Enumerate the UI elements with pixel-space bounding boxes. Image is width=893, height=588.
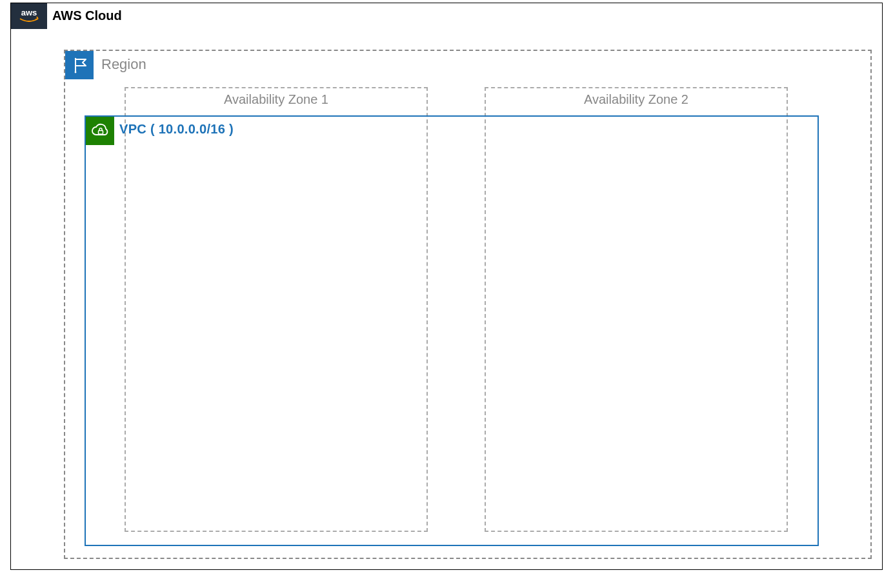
aws-cloud-label: AWS Cloud [52, 8, 122, 23]
vpc-container: VPC ( 10.0.0.0/16 ) [85, 115, 819, 546]
az2-label: Availability Zone 2 [486, 92, 787, 107]
svg-point-2 [75, 72, 77, 74]
region-container: Region Availability Zone 1 Availability … [64, 50, 872, 559]
az1-label: Availability Zone 1 [126, 92, 426, 107]
aws-logo-badge: aws [11, 3, 47, 29]
vpc-badge [86, 117, 114, 145]
aws-cloud-container: aws AWS Cloud Region Availability Zone 1… [10, 3, 883, 570]
vpc-label: VPC ( 10.0.0.0/16 ) [119, 122, 234, 137]
aws-logo-icon: aws [15, 7, 43, 25]
region-label: Region [101, 56, 146, 73]
vpc-cloud-lock-icon [90, 121, 110, 141]
svg-text:aws: aws [21, 8, 37, 17]
svg-rect-4 [99, 131, 103, 135]
region-flag-icon [70, 56, 88, 74]
region-badge [65, 51, 94, 79]
